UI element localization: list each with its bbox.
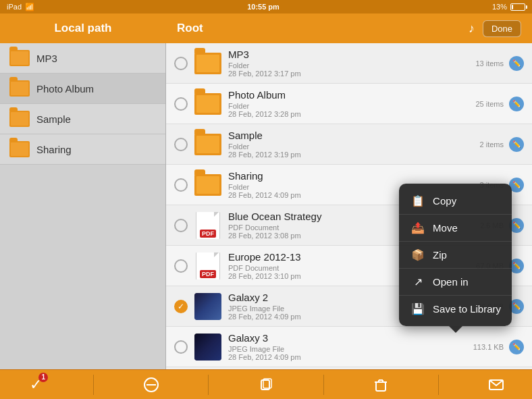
radio-photo-album[interactable] <box>174 97 188 111</box>
context-item-copy[interactable]: 📋 Copy <box>399 188 512 215</box>
header-actions: ♪ Done <box>469 20 521 37</box>
context-label-move: Move <box>433 222 458 234</box>
file-meta-galaxy3: JPEG Image File 28 Feb, 2012 4:09 pm <box>228 345 473 361</box>
toolbar-divider-3 <box>323 375 324 395</box>
battery-label: 13% <box>492 3 507 11</box>
file-thumb-europe: PDF <box>194 252 221 280</box>
context-label-copy: Copy <box>433 195 456 207</box>
file-info-photo-album: Photo Album Folder 28 Feb, 2012 3:28 pm <box>228 89 475 118</box>
toolbar-divider-1 <box>93 375 94 395</box>
img-thumb-galaxy2 <box>194 293 221 320</box>
context-item-zip[interactable]: 📦 Zip <box>399 242 512 269</box>
folder-icon <box>9 141 30 157</box>
badge-count: 1 <box>38 373 48 382</box>
file-thumb-galaxy2 <box>194 293 221 320</box>
file-thumb-blue-ocean: PDF <box>194 212 221 239</box>
sidebar-label-sample: Sample <box>36 113 71 125</box>
radio-mp3[interactable] <box>174 57 188 70</box>
sidebar-label-mp3: MP3 <box>36 53 57 64</box>
folder-thumb-photo-album <box>194 93 221 115</box>
file-item-sample[interactable]: Sample Folder 28 Feb, 2012 3:19 pm 2 ite… <box>166 124 532 165</box>
file-list: MP3 Folder 28 Feb, 2012 3:17 pm 13 items… <box>166 43 532 369</box>
file-meta-sample: Folder 28 Feb, 2012 3:19 pm <box>228 142 480 159</box>
file-name-sample: Sample <box>228 130 480 141</box>
done-button[interactable]: Done <box>483 20 521 37</box>
folder-icon <box>9 111 30 127</box>
sidebar-item-mp3[interactable]: MP3 <box>0 43 165 74</box>
toolbar-mail-button[interactable] <box>481 370 511 400</box>
context-item-open-in[interactable]: ↗ Open in <box>399 269 512 296</box>
file-size-photo-album: 25 items <box>475 100 504 108</box>
radio-galaxy3[interactable] <box>174 340 188 354</box>
toolbar-cancel-button[interactable] <box>136 370 166 400</box>
folder-thumb-sample <box>194 134 221 155</box>
pdf-thumb-europe: PDF <box>196 252 220 280</box>
context-label-open-in: Open in <box>433 276 469 288</box>
carrier-label: iPad <box>7 3 22 11</box>
file-name-mp3: MP3 <box>228 49 475 60</box>
folder-thumb-sharing <box>194 174 221 196</box>
file-name-photo-album: Photo Album <box>228 89 475 101</box>
save-library-icon: 💾 <box>410 302 426 315</box>
main-header: Root ♪ Done <box>166 20 532 37</box>
status-right: 13% <box>492 3 525 11</box>
zip-icon: 📦 <box>410 248 426 261</box>
sidebar-item-sharing[interactable]: Sharing <box>0 134 165 165</box>
file-thumb-galaxy3 <box>194 334 221 361</box>
status-left: iPad 📶 <box>7 3 34 11</box>
open-in-icon: ↗ <box>410 275 426 288</box>
file-name-sharing: Sharing <box>228 170 480 182</box>
move-icon: 📤 <box>410 221 426 234</box>
copy-icon: 📋 <box>410 194 426 207</box>
toolbar-trash-button[interactable] <box>366 370 396 400</box>
context-menu: 📋 Copy 📤 Move 📦 Zip ↗ Open in 💾 Sa <box>399 184 512 326</box>
status-bar: iPad 📶 10:55 pm 13% <box>0 0 532 14</box>
context-label-save-library: Save to Library <box>433 303 501 315</box>
context-item-save-library[interactable]: 💾 Save to Library <box>399 296 512 322</box>
header-title: Root <box>177 22 203 35</box>
toolbar: ✓ 1 <box>0 369 532 399</box>
edit-btn-galaxy3[interactable] <box>509 340 524 354</box>
folder-thumb-mp3 <box>194 53 221 74</box>
context-item-move[interactable]: 📤 Move <box>399 215 512 242</box>
radio-galaxy2[interactable] <box>174 300 188 313</box>
status-time: 10:55 pm <box>247 3 280 11</box>
trash-icon <box>373 377 388 392</box>
radio-sample[interactable] <box>174 138 188 151</box>
file-item-photo-album[interactable]: Photo Album Folder 28 Feb, 2012 3:28 pm … <box>166 84 532 124</box>
no-entry-icon <box>144 377 159 392</box>
file-item-mp3[interactable]: MP3 Folder 28 Feb, 2012 3:17 pm 13 items <box>166 43 532 84</box>
toolbar-divider-2 <box>208 375 209 395</box>
edit-btn-photo-album[interactable] <box>509 97 524 111</box>
sidebar-item-sample[interactable]: Sample <box>0 104 165 134</box>
toolbar-check-button[interactable]: ✓ 1 <box>21 370 51 400</box>
radio-europe[interactable] <box>174 259 188 273</box>
toolbar-divider-4 <box>438 375 439 395</box>
file-meta-mp3: Folder 28 Feb, 2012 3:17 pm <box>228 61 475 78</box>
file-size-mp3: 13 items <box>475 59 504 68</box>
radio-blue-ocean[interactable] <box>174 219 188 232</box>
folder-icon <box>9 50 30 66</box>
music-icon[interactable]: ♪ <box>469 22 475 36</box>
file-size-galaxy3: 113.1 KB <box>473 343 504 351</box>
file-item-galaxy3[interactable]: Galaxy 3 JPEG Image File 28 Feb, 2012 4:… <box>166 327 532 367</box>
file-info-sample: Sample Folder 28 Feb, 2012 3:19 pm <box>228 130 480 159</box>
edit-btn-mp3[interactable] <box>509 56 524 71</box>
battery-icon <box>510 3 525 11</box>
sidebar-item-photo-album[interactable]: Photo Album <box>0 74 165 104</box>
mail-icon <box>489 379 504 390</box>
img-thumb-galaxy3 <box>194 334 221 361</box>
pdf-thumb-blue-ocean: PDF <box>196 212 220 239</box>
file-name-galaxy3: Galaxy 3 <box>228 332 473 344</box>
radio-sharing[interactable] <box>174 178 188 192</box>
toolbar-copy-button[interactable] <box>251 370 281 400</box>
context-label-zip: Zip <box>433 249 447 261</box>
sidebar: MP3 Photo Album Sample Sharing <box>0 43 166 369</box>
sidebar-header: Local path <box>0 22 166 35</box>
edit-btn-sample[interactable] <box>509 137 524 152</box>
file-size-sample: 2 items <box>480 140 504 149</box>
sidebar-label-photo-album: Photo Album <box>36 83 94 95</box>
file-info-galaxy3: Galaxy 3 JPEG Image File 28 Feb, 2012 4:… <box>228 332 473 361</box>
folder-icon <box>9 80 30 97</box>
file-meta-photo-album: Folder 28 Feb, 2012 3:28 pm <box>228 102 475 118</box>
